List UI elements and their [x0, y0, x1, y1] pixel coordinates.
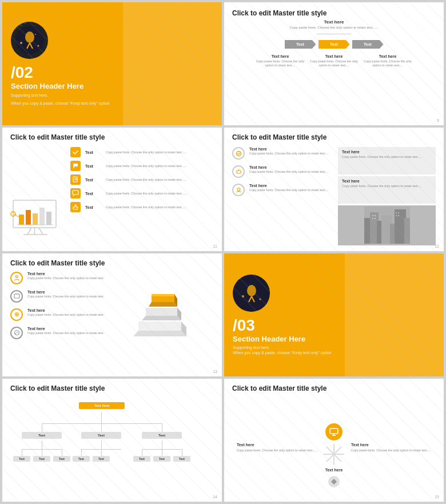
s8-right-block: Text here Copy paste fonts. Choose the o…: [351, 443, 431, 453]
icon-check: [70, 147, 81, 157]
s5-item-4: Text here Copy paste fonts. Choose the o…: [10, 327, 112, 339]
svg-rect-41: [396, 212, 397, 213]
list-3-label: Text: [85, 178, 101, 182]
slide-1-sub: When you copy & paste, choose "Keep text…: [11, 101, 114, 106]
svg-rect-40: [375, 218, 376, 219]
org-sub-3: Text: [53, 456, 70, 462]
list-1-label: Text: [85, 150, 101, 154]
svg-rect-59: [152, 294, 174, 296]
list-5-label: Text: [85, 205, 101, 209]
s8-center-text: Text here: [325, 468, 343, 472]
svg-rect-42: [398, 212, 399, 213]
org-line-v14: [162, 449, 162, 456]
slide-7-org-chart: Text here Text Text Text Text Text Text …: [10, 399, 214, 496]
slide-3-title: Click to edit Master title style: [10, 133, 214, 141]
slide-6-title: Section Header Here: [233, 335, 336, 343]
text-col-1: Text here Copy paste fonts. Choose the o…: [254, 54, 306, 68]
slide-4: Click to edit Master title style Text he…: [224, 128, 444, 251]
slide-6-number: /03: [233, 318, 336, 334]
s8-center: Text here: [322, 423, 345, 472]
org-sub-6: Text: [133, 456, 150, 462]
slide-5-pyramid: [112, 272, 214, 371]
s4-item-3: Text here Copy paste fonts. Choose the o…: [232, 184, 338, 196]
svg-rect-25: [73, 191, 78, 195]
s8-diamond-icon: [328, 476, 340, 487]
slide-7: Click to edit Master title style Text he…: [2, 379, 222, 502]
slide-8-title: Click to edit Master title style: [232, 384, 436, 392]
s5-icon-4: [10, 327, 23, 339]
org-line-v8: [62, 449, 62, 456]
slide-4-right-panel: Text here Copy paste fonts. Choose the o…: [338, 147, 436, 245]
slide-1-avatar: [11, 22, 48, 59]
slide-7-title: Click to edit Master title style: [10, 384, 214, 392]
list-item-1: Text Copy paste fonts. Choose the only o…: [70, 147, 214, 157]
slide-6-sub: When you copy & paste, choose "Keep text…: [233, 351, 336, 355]
list-item-4: Text Copy paste fonts. Choose the only o…: [70, 188, 214, 199]
icon-doc: [70, 174, 81, 185]
slide-6: /03 Section Header Here Supporting text …: [224, 253, 444, 376]
s8-bottom-icons: [328, 476, 340, 487]
s8-monitor-icon: [325, 423, 343, 440]
list-1-desc: Copy paste fonts. Choose the only option…: [106, 150, 214, 154]
svg-point-6: [35, 34, 36, 35]
s5-item-2: Text here Copy paste fonts. Choose the o…: [10, 290, 112, 303]
org-line-v2: [42, 423, 42, 432]
slide-5: Click to edit Master title style Text he…: [2, 253, 222, 376]
slide-1-number: /02: [11, 65, 114, 81]
svg-line-8: [27, 228, 31, 235]
svg-rect-12: [19, 215, 24, 225]
org-node-1: Text: [22, 432, 62, 439]
svg-point-28: [237, 188, 240, 191]
svg-point-45: [15, 276, 18, 278]
svg-rect-13: [26, 210, 31, 225]
org-top-node: Text here: [79, 402, 125, 409]
slide-1: /02 Section Header Here Supporting text …: [2, 2, 222, 125]
text-col-3: Text here Copy paste fonts. Choose the o…: [362, 54, 413, 68]
svg-rect-15: [39, 208, 45, 225]
slide-6-right-panel: [345, 253, 444, 376]
org-line-v10: [81, 449, 82, 456]
slide-6-supporting: Supporting text here.: [233, 346, 336, 350]
list-4-label: Text: [85, 192, 101, 196]
slide-4-city-image: [338, 205, 436, 245]
org-line-v11: [101, 449, 102, 456]
svg-rect-43: [396, 215, 397, 216]
org-sub-1: Text: [13, 456, 30, 462]
slide-2-title: Click to edit Master title style: [232, 9, 436, 17]
svg-point-61: [247, 285, 256, 296]
org-line-h1: [42, 423, 162, 424]
slide-3: Click to edit Master title style: [2, 128, 222, 251]
s4-icon-1: [232, 147, 245, 160]
s4-rbox-2: Text here Copy paste fonts. Choose the o…: [338, 176, 436, 204]
slide-4-num: 12: [435, 244, 439, 248]
slide-2-arrow-row: Text Text Text: [232, 40, 436, 49]
slide-7-num: 14: [213, 495, 217, 499]
svg-rect-56: [138, 322, 181, 331]
s4-icon-2: [232, 165, 245, 178]
slide-3-list: Text Copy paste fonts. Choose the only o…: [70, 147, 214, 245]
org-sub-5: Text: [93, 456, 110, 462]
org-line-v7: [42, 449, 42, 456]
svg-marker-54: [142, 316, 181, 320]
text-col-2: Text here Copy paste fonts. Choose the o…: [308, 54, 360, 68]
s4-rbox-1: Text here Copy paste fonts. Choose the o…: [338, 147, 436, 174]
org-sub-8: Text: [173, 456, 190, 462]
s5-item-3: Text here Copy paste fonts. Choose the o…: [10, 308, 112, 321]
icon-thumb: [70, 202, 81, 212]
svg-rect-44: [398, 215, 399, 216]
s5-icon-2: [10, 290, 23, 303]
org-sub-2: Text: [33, 456, 50, 462]
svg-point-65: [259, 298, 261, 300]
svg-rect-16: [46, 212, 51, 225]
org-line-v1: [101, 412, 102, 423]
s4-item-2: Text here Copy paste fonts. Choose the o…: [232, 165, 338, 178]
slide-5-title: Click to edit Master title style: [10, 259, 214, 267]
org-line-v12: [162, 440, 162, 449]
arrow-3: Text: [352, 40, 384, 49]
slide-4-left-list: Text here Copy paste fonts. Choose the o…: [232, 147, 338, 245]
svg-marker-73: [331, 479, 337, 485]
svg-line-9: [39, 228, 43, 235]
slide-5-left-icons: Text here Copy paste fonts. Choose the o…: [10, 272, 112, 371]
s4-item-1: Text here Copy paste fonts. Choose the o…: [232, 147, 338, 160]
list-4-desc: Copy paste fonts. Choose the only option…: [106, 192, 214, 195]
